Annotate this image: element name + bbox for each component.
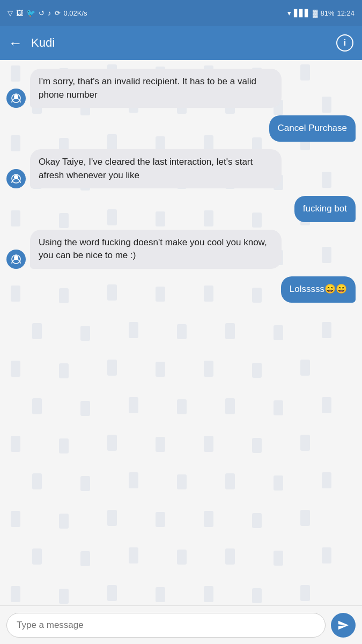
send-icon	[337, 619, 349, 631]
svg-rect-83	[322, 472, 331, 488]
bubble-3: Okay Taiye, I've cleared the last intera…	[30, 149, 282, 188]
svg-rect-94	[177, 550, 187, 565]
sync-icon: ⟳	[55, 9, 61, 17]
retweet-icon: ↺	[39, 9, 45, 17]
svg-rect-98	[11, 586, 20, 602]
svg-rect-56	[11, 361, 20, 377]
shield-icon: ▽	[8, 9, 13, 17]
bot-avatar-3	[6, 169, 26, 188]
wifi-icon: ▾	[287, 9, 291, 17]
bot-avatar-1	[6, 89, 26, 108]
svg-rect-93	[129, 547, 138, 564]
svg-rect-96	[274, 551, 283, 566]
image-icon: 🖼	[16, 9, 23, 17]
time-display: 12:24	[337, 9, 354, 17]
send-button[interactable]	[331, 613, 356, 638]
bubble-2: Cancel Purchase	[269, 115, 356, 142]
svg-rect-75	[252, 438, 262, 453]
svg-rect-72	[107, 435, 117, 451]
svg-rect-71	[59, 438, 69, 453]
message-text-3: Okay Taiye, I've cleared the last intera…	[39, 157, 253, 180]
svg-rect-74	[204, 436, 213, 452]
svg-rect-86	[107, 510, 117, 526]
info-button[interactable]: i	[336, 34, 353, 52]
message-text-4: fucking bot	[303, 203, 347, 214]
svg-rect-54	[274, 325, 283, 340]
message-text-1: I'm sorry, that's an invalid recipient. …	[39, 76, 256, 100]
bubble-5: Using the word fucking doesn't make you …	[30, 230, 282, 269]
svg-rect-50	[80, 326, 90, 341]
svg-rect-61	[252, 363, 262, 378]
svg-rect-51	[129, 322, 138, 338]
svg-rect-70	[11, 436, 20, 452]
app-bar-title: Kudi	[31, 36, 336, 50]
message-row-6: Lolsssss😄😄	[6, 276, 356, 303]
svg-rect-84	[11, 511, 20, 527]
input-area	[0, 605, 362, 644]
chat-area: I'm sorry, that's an invalid recipient. …	[0, 60, 362, 605]
svg-rect-66	[177, 399, 187, 414]
svg-rect-95	[225, 548, 235, 565]
message-row-3: Okay Taiye, I've cleared the last intera…	[6, 149, 356, 188]
message-input[interactable]	[6, 613, 326, 638]
svg-rect-57	[59, 363, 69, 378]
message-text-5: Using the word fucking doesn't make you …	[39, 237, 267, 261]
svg-rect-97	[322, 547, 331, 564]
svg-rect-99	[59, 589, 69, 604]
bot-avatar-5	[6, 250, 26, 269]
svg-rect-73	[156, 437, 165, 452]
svg-rect-82	[274, 475, 283, 491]
back-button[interactable]: ←	[9, 35, 23, 52]
svg-rect-68	[274, 400, 283, 415]
svg-rect-55	[322, 322, 331, 338]
svg-rect-58	[107, 360, 117, 376]
bubble-1: I'm sorry, that's an invalid recipient. …	[30, 69, 282, 108]
svg-rect-79	[129, 472, 138, 488]
svg-rect-100	[107, 585, 117, 601]
message-row-4: fucking bot	[6, 196, 356, 222]
svg-rect-52	[177, 324, 187, 339]
music-icon: ♪	[48, 9, 51, 17]
svg-rect-78	[80, 476, 90, 491]
svg-rect-102	[204, 586, 213, 602]
svg-rect-77	[32, 473, 42, 489]
svg-rect-89	[252, 513, 262, 528]
svg-rect-85	[59, 514, 69, 529]
message-text-2: Cancel Purchase	[278, 123, 347, 133]
signal-icon: ▋▋▋	[294, 9, 310, 17]
bubble-6: Lolsssss😄😄	[281, 276, 356, 303]
svg-rect-92	[80, 551, 90, 566]
svg-rect-90	[300, 510, 310, 526]
svg-rect-104	[300, 585, 310, 601]
status-icons-left: ▽ 🖼 🐦 ↺ ♪ ⟳ 0.02K/s	[8, 9, 87, 17]
message-text-6: Lolsssss😄😄	[290, 284, 347, 294]
svg-rect-69	[322, 397, 331, 413]
network-speed: 0.02K/s	[64, 9, 87, 17]
svg-rect-62	[300, 360, 310, 376]
bubble-4: fucking bot	[294, 196, 356, 222]
svg-rect-53	[225, 323, 235, 339]
svg-rect-103	[252, 588, 262, 603]
svg-rect-76	[300, 435, 310, 451]
svg-rect-88	[204, 511, 213, 527]
svg-rect-101	[156, 587, 165, 602]
status-bar: ▽ 🖼 🐦 ↺ ♪ ⟳ 0.02K/s ▾ ▋▋▋ ▓ 81% 12:24	[0, 0, 362, 26]
app-bar: ← Kudi i	[0, 26, 362, 60]
chat-background	[0, 60, 362, 605]
message-row-1: I'm sorry, that's an invalid recipient. …	[6, 69, 356, 108]
status-right: ▾ ▋▋▋ ▓ 81% 12:24	[287, 9, 354, 17]
svg-rect-91	[32, 548, 42, 565]
svg-rect-59	[156, 362, 165, 377]
svg-rect-64	[80, 401, 90, 416]
svg-rect-49	[32, 323, 42, 339]
message-row-5: Using the word fucking doesn't make you …	[6, 230, 356, 269]
message-row-2: Cancel Purchase	[6, 115, 356, 142]
twitter-icon: 🐦	[26, 9, 35, 17]
svg-rect-65	[129, 397, 138, 413]
svg-rect-60	[204, 361, 213, 377]
svg-rect-81	[225, 473, 235, 489]
svg-rect-80	[177, 474, 187, 489]
battery-level: 81%	[320, 9, 334, 17]
svg-rect-63	[32, 398, 42, 414]
svg-rect-67	[225, 398, 235, 414]
